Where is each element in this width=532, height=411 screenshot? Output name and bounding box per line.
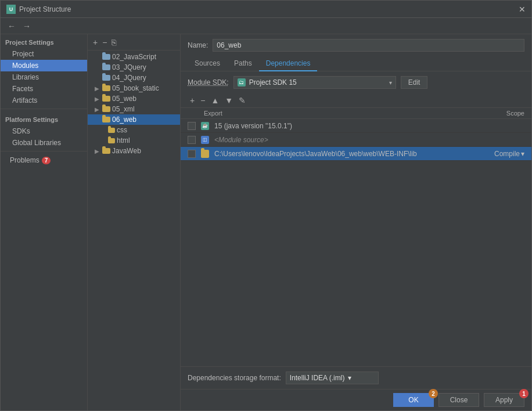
module-tree: 02_JavaScript 03_JQuery 04_JQuery ▶ 05_b… [88, 51, 180, 410]
dep-row-lib-path[interactable]: C:\Users\lenovo\IdeaProjects\JavaWeb\06_… [181, 147, 531, 161]
project-structure-dialog: U Project Structure ✕ ← → Project Settin… [0, 0, 532, 411]
scope-column-header: Scope [478, 110, 524, 117]
tree-item-05bookstatic[interactable]: ▶ 05_book_static [88, 83, 180, 93]
tabs-bar: Sources Paths Dependencies [181, 56, 531, 71]
tab-dependencies[interactable]: Dependencies [259, 56, 318, 71]
forward-button[interactable]: → [20, 21, 33, 31]
add-module-button[interactable]: + [91, 38, 99, 47]
nav-bar: ← → [1, 18, 531, 34]
dep-export-checkbox-lib[interactable] [188, 150, 196, 158]
scope-dropdown-button[interactable]: Compile ▾ [494, 150, 524, 158]
sidebar-item-sdks[interactable]: SDKs [1, 125, 87, 137]
tree-expand-arrow: ▶ [95, 106, 100, 113]
folder-icon [108, 128, 115, 133]
deps-table-header: Export Scope [181, 108, 531, 119]
tree-item-label: 03_JQuery [112, 63, 146, 71]
back-button[interactable]: ← [5, 21, 18, 31]
tree-item-05xml[interactable]: ▶ 05_xml [88, 104, 180, 114]
tree-toolbar: + − ⎘ [88, 34, 180, 51]
name-field-label: Name: [188, 41, 208, 49]
dep-export-checkbox-jdk[interactable] [188, 122, 196, 130]
sidebar-divider-2 [1, 151, 87, 152]
sidebar-item-modules[interactable]: Modules [1, 60, 87, 71]
tree-item-html[interactable]: html [88, 135, 180, 146]
sdk-icon: ☕ [201, 122, 209, 130]
dep-name-lib: C:\Users\lenovo\IdeaProjects\JavaWeb\06_… [214, 150, 473, 158]
title-bar: U Project Structure ✕ [1, 1, 531, 18]
module-tree-panel: + − ⎘ 02_JavaScript 03_JQuery [88, 34, 181, 410]
dep-export-checkbox-module-source[interactable] [188, 136, 196, 144]
module-name-input[interactable] [213, 39, 524, 52]
folder-icon [102, 64, 110, 70]
format-value: IntelliJ IDEA (.iml) [290, 374, 345, 382]
remove-dep-button[interactable]: − [198, 96, 207, 105]
sidebar-item-problems[interactable]: Problems 7 [1, 154, 87, 167]
tree-item-02js[interactable]: 02_JavaScript [88, 52, 180, 62]
sidebar-item-global-libraries[interactable]: Global Libraries [1, 137, 87, 149]
copy-module-button[interactable]: ⎘ [110, 38, 118, 47]
add-dep-button[interactable]: + [188, 96, 197, 105]
sidebar-item-project[interactable]: Project [1, 48, 87, 60]
folder-icon [102, 75, 110, 81]
ok-button[interactable]: OK 2 [393, 393, 434, 407]
tree-item-04jquery[interactable]: 04_JQuery [88, 73, 180, 83]
sidebar-project-label: Project [12, 50, 34, 58]
main-content: Project Settings Project Modules Librari… [1, 34, 531, 410]
sidebar-libraries-label: Libraries [12, 73, 39, 81]
dep-row-jdk[interactable]: ☕ 15 (java version "15.0.1") [181, 119, 531, 133]
sidebar-item-artifacts[interactable]: Artifacts [1, 95, 87, 106]
tree-item-label: 05_xml [112, 105, 135, 113]
project-settings-label: Project Settings [1, 34, 87, 48]
right-panel: Name: Sources Paths Dependencies Module … [181, 34, 531, 410]
tree-item-05web[interactable]: ▶ 05_web [88, 93, 180, 104]
dep-name-jdk: 15 (java version "15.0.1") [214, 122, 473, 130]
tree-expand-arrow: ▶ [95, 148, 100, 154]
sidebar-artifacts-label: Artifacts [12, 96, 37, 104]
bottom-bar: Dependencies storage format: IntelliJ ID… [181, 366, 531, 389]
folder-icon [108, 138, 115, 143]
deps-toolbar: + − ▲ ▼ ✎ [181, 93, 531, 108]
move-down-dep-button[interactable]: ▼ [222, 96, 235, 105]
sdk-select-dropdown[interactable]: 🗂 Project SDK 15 ▾ [233, 76, 396, 89]
tree-item-06web[interactable]: 06_web [88, 114, 180, 125]
folder-icon [102, 85, 110, 91]
sidebar-item-facets[interactable]: Facets [1, 83, 87, 95]
dep-row-module-source[interactable]: ◫ <Module source> [181, 133, 531, 147]
deps-table: ☕ 15 (java version "15.0.1") ◫ <Module s… [181, 119, 531, 366]
sidebar-item-libraries[interactable]: Libraries [1, 71, 87, 83]
tree-item-javaweb[interactable]: ▶ JavaWeb [88, 146, 180, 156]
ok-badge: 2 [429, 389, 438, 398]
tree-expand-arrow: ▶ [95, 96, 100, 102]
tab-paths[interactable]: Paths [227, 56, 259, 71]
remove-module-button[interactable]: − [100, 38, 109, 47]
sdk-icon: 🗂 [238, 78, 246, 86]
sidebar: Project Settings Project Modules Librari… [1, 34, 88, 410]
tree-item-css[interactable]: css [88, 125, 180, 135]
tree-item-label: html [117, 136, 130, 145]
sidebar-facets-label: Facets [12, 85, 33, 93]
problems-badge: 7 [42, 157, 51, 164]
tab-sources[interactable]: Sources [188, 56, 227, 71]
apply-button[interactable]: Apply 1 [484, 393, 524, 407]
sdk-edit-button[interactable]: Edit [401, 76, 428, 89]
tree-item-label: JavaWeb [112, 147, 141, 155]
app-icon: U [6, 5, 16, 14]
sdk-label: Module SDK: [188, 78, 229, 86]
dep-icon-lib [200, 150, 210, 158]
folder-icon [102, 117, 110, 122]
close-button[interactable]: Close [438, 393, 479, 407]
footer-buttons: OK 2 Close Apply 1 [181, 389, 531, 410]
edit-dep-button[interactable]: ✎ [236, 96, 248, 105]
format-select-dropdown[interactable]: IntelliJ IDEA (.iml) ▾ [286, 372, 379, 384]
move-up-dep-button[interactable]: ▲ [209, 96, 221, 105]
tree-item-label: 05_book_static [112, 84, 159, 92]
folder-icon [102, 54, 110, 60]
close-window-button[interactable]: ✕ [519, 5, 526, 14]
dep-name-module-source: <Module source> [214, 136, 473, 144]
name-row: Name: [181, 34, 531, 56]
tree-item-03jquery[interactable]: 03_JQuery [88, 62, 180, 73]
folder-icon [102, 106, 110, 112]
module-source-icon: ◫ [201, 136, 209, 144]
tree-expand-arrow: ▶ [95, 85, 100, 92]
sidebar-global-libraries-label: Global Libraries [12, 139, 61, 147]
